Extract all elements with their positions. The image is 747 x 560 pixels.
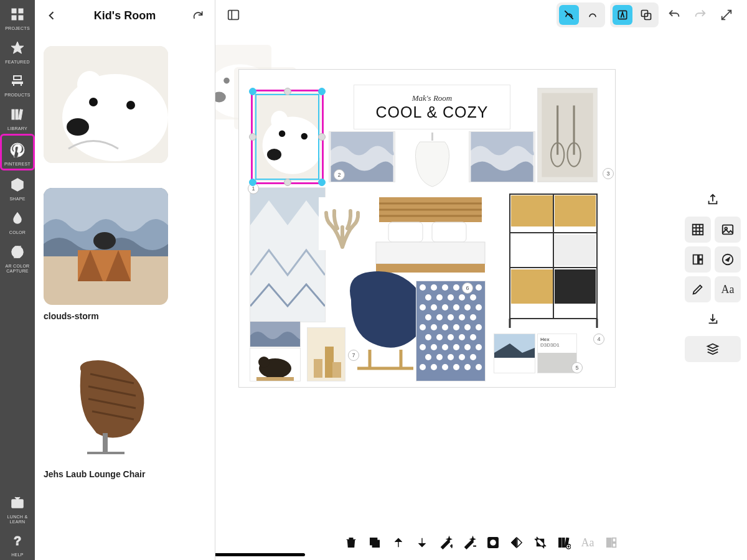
rail-color[interactable]: COLOR — [0, 204, 35, 238]
pin-card[interactable]: clouds-storm — [44, 188, 206, 321]
layers-button[interactable] — [685, 336, 741, 362]
rail-lunchlearn[interactable]: LUNCH & LEARN — [0, 488, 35, 526]
svg-rect-144 — [613, 538, 616, 542]
board-title-block[interactable]: Mak's Room COOL & COZY — [354, 85, 510, 129]
svg-point-87 — [420, 324, 426, 330]
pin-card[interactable] — [44, 46, 206, 163]
board-item-fabric[interactable] — [416, 281, 485, 381]
compass-tool-button[interactable] — [715, 246, 741, 273]
svg-rect-60 — [555, 269, 596, 304]
svg-point-72 — [436, 294, 443, 301]
share-button[interactable] — [685, 187, 741, 213]
resize-handle-nw[interactable] — [249, 88, 256, 95]
mask-button[interactable] — [484, 534, 502, 551]
rail-arcolor-label: AR COLOR CAPTURE — [0, 264, 35, 273]
crop-button[interactable] — [532, 534, 549, 551]
add-to-library-button[interactable] — [555, 534, 573, 551]
download-button[interactable] — [685, 306, 741, 332]
svg-point-95 — [448, 334, 454, 340]
svg-point-76 — [420, 304, 426, 310]
board-item-antler[interactable] — [319, 197, 365, 250]
send-backward-button[interactable] — [413, 534, 431, 551]
svg-point-66 — [431, 284, 437, 291]
hex-label: Hex — [540, 337, 574, 342]
pin-thumb-clouds[interactable] — [44, 188, 168, 305]
svg-point-88 — [431, 324, 437, 330]
svg-rect-3 — [19, 16, 23, 20]
text-style-button: Aa — [579, 534, 596, 551]
rail-projects[interactable]: PROJECTS — [0, 0, 35, 34]
rail-products[interactable]: PRODUCTS — [0, 67, 35, 100]
star-icon — [8, 39, 27, 57]
view-b-button[interactable] — [636, 5, 656, 25]
board-title: COOL & COZY — [376, 103, 489, 121]
selection-box[interactable] — [251, 90, 324, 184]
pin-thumb-chair[interactable] — [44, 346, 168, 463]
svg-rect-140 — [559, 538, 561, 548]
palette-tool-button[interactable] — [685, 246, 711, 273]
pen-tool-button[interactable] — [685, 276, 711, 302]
item-number-tag: 6 — [462, 282, 473, 294]
wand-add-button[interactable]: + — [437, 534, 454, 551]
bring-forward-button[interactable] — [390, 534, 407, 551]
item-number-tag: 2 — [334, 169, 345, 180]
redo-button[interactable] — [690, 4, 711, 26]
board-item-photo[interactable] — [494, 334, 535, 373]
undo-button[interactable] — [664, 4, 685, 26]
svg-rect-0 — [12, 9, 16, 13]
rail-featured[interactable]: FEATURED — [0, 34, 35, 67]
delete-button[interactable] — [342, 534, 360, 551]
svg-point-103 — [476, 344, 482, 350]
view-a-button[interactable] — [613, 5, 632, 25]
resize-handle-e[interactable] — [318, 133, 326, 141]
resize-handle-s[interactable] — [284, 179, 291, 186]
fullscreen-button[interactable] — [716, 4, 737, 26]
svg-rect-122 — [332, 362, 341, 378]
duplicate-button[interactable] — [366, 534, 383, 551]
back-button[interactable] — [41, 5, 62, 26]
rail-help[interactable]: ? HELP — [0, 526, 35, 560]
svg-rect-23 — [228, 11, 239, 20]
panel-body[interactable]: clouds-storm Jehs Laub Lounge Chair — [35, 31, 215, 560]
chair-icon — [8, 72, 27, 90]
wand-remove-button[interactable]: − — [461, 534, 478, 551]
rail-pinterest[interactable]: PINTEREST — [0, 134, 35, 171]
svg-point-16 — [126, 101, 135, 110]
image-tool-button[interactable] — [715, 217, 741, 243]
grid-tool-button[interactable] — [685, 217, 711, 243]
resize-handle-se[interactable] — [318, 179, 326, 186]
snap-off-button[interactable] — [559, 5, 579, 25]
svg-point-97 — [470, 334, 476, 340]
board-item-shelf[interactable] — [504, 188, 603, 331]
pin-card[interactable]: Jehs Laub Lounge Chair — [44, 346, 206, 479]
rail-pinterest-label: PINTEREST — [4, 162, 31, 167]
resize-handle-w[interactable] — [249, 133, 256, 141]
svg-rect-135 — [372, 540, 379, 547]
board-item-artprint[interactable] — [538, 88, 597, 182]
snap-on-button[interactable] — [583, 5, 603, 25]
flip-horizontal-button[interactable] — [508, 534, 525, 551]
board-item-pillow-right[interactable] — [469, 132, 535, 182]
board-item-strip-clouds[interactable] — [250, 322, 300, 347]
moodboard-frame[interactable]: Mak's Room COOL & COZY — [239, 70, 615, 387]
board-item-color-swatch[interactable]: Hex D3D3D1 — [538, 334, 576, 373]
svg-rect-41 — [542, 93, 593, 177]
text-tool-button[interactable]: Aa — [715, 276, 741, 302]
rail-shape[interactable]: SHAPE — [0, 170, 35, 204]
resize-handle-sw[interactable] — [249, 179, 256, 186]
board-item-bear-figurine[interactable] — [250, 348, 300, 381]
canvas-area[interactable]: Mak's Room COOL & COZY — [215, 0, 747, 560]
svg-point-14 — [77, 71, 102, 98]
toggle-panel-button[interactable] — [223, 4, 244, 26]
board-item-wood-blocks[interactable] — [308, 328, 345, 381]
rail-arcolor[interactable]: AR COLOR CAPTURE — [0, 238, 35, 276]
board-item-pendant[interactable] — [400, 129, 465, 192]
board-item-wallpaper[interactable] — [250, 188, 325, 322]
pin-thumb-polar-bear[interactable] — [44, 46, 168, 163]
rail-library[interactable]: LIBRARY — [0, 100, 35, 134]
left-rail: PROJECTS FEATURED PRODUCTS LIBRARY PINTE… — [0, 0, 35, 560]
resize-handle-n[interactable] — [284, 88, 291, 95]
reload-button[interactable] — [187, 5, 209, 26]
svg-rect-5 — [12, 110, 14, 119]
resize-handle-ne[interactable] — [318, 88, 326, 95]
